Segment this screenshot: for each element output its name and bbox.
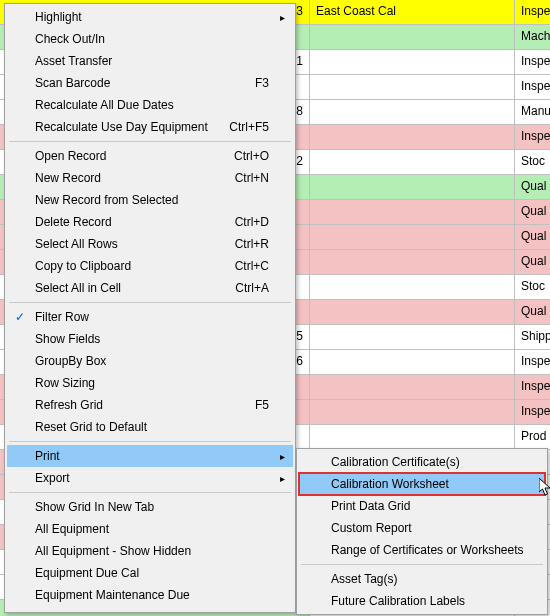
menu-item-accelerator: Ctrl+R xyxy=(235,237,269,251)
menu-item-label: Asset Tag(s) xyxy=(331,572,521,586)
menu-item-highlight[interactable]: Highlight xyxy=(7,6,293,28)
menu-item-label: Filter Row xyxy=(35,310,269,324)
menu-item-row-sizing[interactable]: Row Sizing xyxy=(7,372,293,394)
menu-item-export[interactable]: Export xyxy=(7,467,293,489)
grid-cell[interactable]: Inspe xyxy=(515,50,550,74)
menu-item-recalculate-all-due-dates[interactable]: Recalculate All Due Dates xyxy=(7,94,293,116)
grid-cell[interactable]: Inspe xyxy=(515,375,550,399)
menu-item-accelerator: Ctrl+N xyxy=(235,171,269,185)
menu-item-accelerator: Ctrl+D xyxy=(235,215,269,229)
grid-cell[interactable]: Qual xyxy=(515,200,550,224)
grid-cell[interactable] xyxy=(310,325,515,349)
submenu-item-custom-report[interactable]: Custom Report xyxy=(299,517,545,539)
grid-cell[interactable]: Qual xyxy=(515,225,550,249)
menu-item-equipment-due-cal[interactable]: Equipment Due Cal xyxy=(7,562,293,584)
menu-item-label: Select All in Cell xyxy=(35,281,235,295)
menu-item-label: Asset Transfer xyxy=(35,54,269,68)
menu-item-new-record[interactable]: New RecordCtrl+N xyxy=(7,167,293,189)
menu-item-label: New Record from Selected xyxy=(35,193,269,207)
grid-cell[interactable]: Qual xyxy=(515,300,550,324)
grid-cell[interactable]: Manu xyxy=(515,100,550,124)
menu-item-label: Custom Report xyxy=(331,521,521,535)
grid-cell[interactable] xyxy=(310,250,515,274)
grid-cell[interactable]: Inspe xyxy=(515,0,550,24)
grid-cell[interactable]: Qual xyxy=(515,175,550,199)
menu-item-show-fields[interactable]: Show Fields xyxy=(7,328,293,350)
menu-item-label: Select All Rows xyxy=(35,237,235,251)
menu-item-reset-grid-to-default[interactable]: Reset Grid to Default xyxy=(7,416,293,438)
submenu-item-asset-tag-s[interactable]: Asset Tag(s) xyxy=(299,568,545,590)
grid-cell[interactable]: Stoc xyxy=(515,150,550,174)
menu-item-accelerator: Ctrl+O xyxy=(234,149,269,163)
grid-cell[interactable]: Shipp xyxy=(515,325,550,349)
grid-cell[interactable] xyxy=(310,225,515,249)
menu-item-label: Equipment Due Cal xyxy=(35,566,269,580)
grid-cell[interactable] xyxy=(310,100,515,124)
grid-cell[interactable] xyxy=(310,125,515,149)
menu-item-open-record[interactable]: Open RecordCtrl+O xyxy=(7,145,293,167)
menu-item-label: Show Fields xyxy=(35,332,269,346)
menu-item-all-equipment-show-hidden[interactable]: All Equipment - Show Hidden xyxy=(7,540,293,562)
menu-item-label: Refresh Grid xyxy=(35,398,255,412)
menu-separator xyxy=(9,492,291,493)
menu-item-label: Copy to Clipboard xyxy=(35,259,235,273)
grid-cell[interactable] xyxy=(310,300,515,324)
menu-item-new-record-from-selected[interactable]: New Record from Selected xyxy=(7,189,293,211)
menu-item-show-grid-in-new-tab[interactable]: Show Grid In New Tab xyxy=(7,496,293,518)
grid-cell[interactable] xyxy=(310,75,515,99)
menu-item-accelerator: Ctrl+C xyxy=(235,259,269,273)
grid-cell[interactable]: Qual xyxy=(515,250,550,274)
menu-item-print[interactable]: Print xyxy=(7,445,293,467)
submenu-item-calibration-certificate-s[interactable]: Calibration Certificate(s) xyxy=(299,451,545,473)
grid-cell[interactable]: Inspe xyxy=(515,350,550,374)
grid-cell[interactable]: Inspe xyxy=(515,75,550,99)
submenu-item-range-of-certificates-or-worksheets[interactable]: Range of Certificates or Worksheets xyxy=(299,539,545,561)
menu-item-label: Open Record xyxy=(35,149,234,163)
menu-item-accelerator: F5 xyxy=(255,398,269,412)
menu-item-label: Recalculate All Due Dates xyxy=(35,98,269,112)
menu-item-label: Check Out/In xyxy=(35,32,269,46)
grid-cell[interactable] xyxy=(310,375,515,399)
menu-item-asset-transfer[interactable]: Asset Transfer xyxy=(7,50,293,72)
grid-cell[interactable]: East Coast Cal xyxy=(310,0,515,24)
print-submenu: Calibration Certificate(s)Calibration Wo… xyxy=(296,448,548,615)
grid-cell[interactable] xyxy=(310,400,515,424)
menu-item-select-all-in-cell[interactable]: Select All in CellCtrl+A xyxy=(7,277,293,299)
menu-item-groupby-box[interactable]: GroupBy Box xyxy=(7,350,293,372)
menu-item-label: Print Data Grid xyxy=(331,499,521,513)
menu-item-filter-row[interactable]: Filter Row xyxy=(7,306,293,328)
submenu-item-print-data-grid[interactable]: Print Data Grid xyxy=(299,495,545,517)
grid-cell[interactable] xyxy=(310,150,515,174)
grid-cell[interactable]: Inspe xyxy=(515,400,550,424)
menu-item-select-all-rows[interactable]: Select All RowsCtrl+R xyxy=(7,233,293,255)
submenu-item-future-calibration-labels[interactable]: Future Calibration Labels xyxy=(299,590,545,612)
menu-item-accelerator: F3 xyxy=(255,76,269,90)
menu-item-all-equipment[interactable]: All Equipment xyxy=(7,518,293,540)
menu-item-label: Reset Grid to Default xyxy=(35,420,269,434)
grid-cell[interactable]: Stoc xyxy=(515,275,550,299)
menu-item-scan-barcode[interactable]: Scan BarcodeF3 xyxy=(7,72,293,94)
grid-cell[interactable] xyxy=(310,275,515,299)
submenu-item-calibration-worksheet[interactable]: Calibration Worksheet xyxy=(299,473,545,495)
grid-cell[interactable]: Mach xyxy=(515,25,550,49)
grid-cell[interactable] xyxy=(310,200,515,224)
menu-item-check-out-in[interactable]: Check Out/In xyxy=(7,28,293,50)
grid-cell[interactable]: Inspe xyxy=(515,125,550,149)
grid-cell[interactable] xyxy=(310,50,515,74)
menu-item-accelerator: Ctrl+F5 xyxy=(229,120,269,134)
menu-item-copy-to-clipboard[interactable]: Copy to ClipboardCtrl+C xyxy=(7,255,293,277)
grid-cell[interactable]: Prod xyxy=(515,425,550,449)
menu-separator xyxy=(9,441,291,442)
grid-cell[interactable] xyxy=(310,350,515,374)
menu-item-recalculate-use-day-equipment[interactable]: Recalculate Use Day EquipmentCtrl+F5 xyxy=(7,116,293,138)
grid-cell[interactable] xyxy=(310,25,515,49)
menu-item-delete-record[interactable]: Delete RecordCtrl+D xyxy=(7,211,293,233)
menu-item-label: All Equipment - Show Hidden xyxy=(35,544,269,558)
menu-item-refresh-grid[interactable]: Refresh GridF5 xyxy=(7,394,293,416)
menu-item-equipment-maintenance-due[interactable]: Equipment Maintenance Due xyxy=(7,584,293,606)
menu-item-label: New Record xyxy=(35,171,235,185)
menu-item-label: Calibration Certificate(s) xyxy=(331,455,521,469)
grid-cell[interactable] xyxy=(310,425,515,449)
grid-cell[interactable] xyxy=(310,175,515,199)
menu-item-label: GroupBy Box xyxy=(35,354,269,368)
